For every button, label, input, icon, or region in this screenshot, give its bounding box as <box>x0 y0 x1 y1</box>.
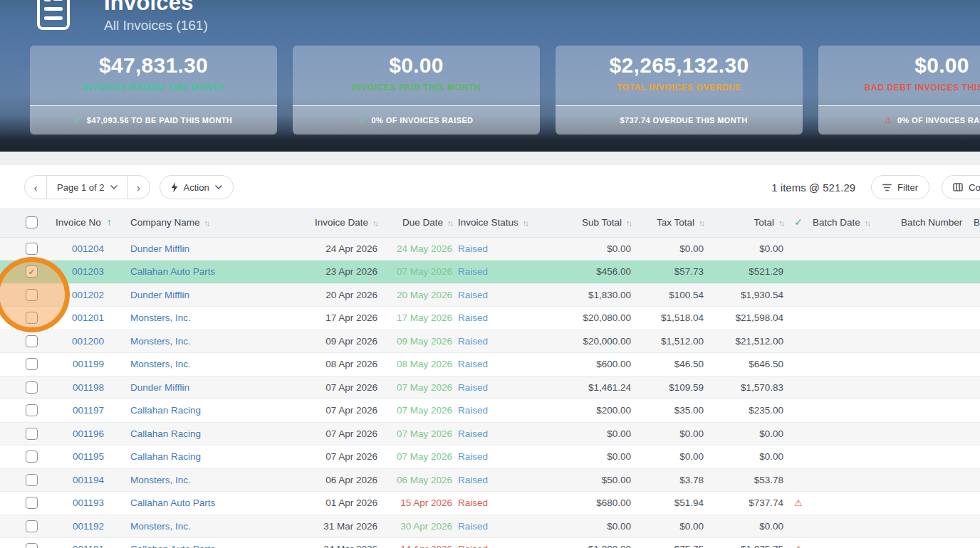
table-row-001204[interactable]: 001204Dunder Mifflin24 Apr 202624 May 20… <box>0 237 980 260</box>
column-header-b: B <box>969 208 980 237</box>
company-link[interactable]: Monsters, Inc. <box>130 312 191 323</box>
row-checkbox[interactable] <box>26 497 38 509</box>
chevron-down-icon <box>215 185 222 189</box>
column-header-sub-total[interactable]: Sub Total↑↓ <box>541 208 637 237</box>
table-row-001191[interactable]: 001191Callahan Auto Parts24 Mar 202614 A… <box>0 538 980 548</box>
select-all-checkbox[interactable] <box>0 208 47 237</box>
table-row-001196[interactable]: 001196Callahan Racing07 Apr 202607 May 2… <box>0 422 980 446</box>
invoice-no-link[interactable]: 001192 <box>73 521 104 532</box>
company-link[interactable]: Monsters, Inc. <box>130 336 191 347</box>
row-checkbox[interactable] <box>26 404 38 416</box>
company-link[interactable]: Dunder Mifflin <box>130 382 189 393</box>
company-link[interactable]: Callahan Racing <box>130 428 201 439</box>
invoice-date-cell: 07 Apr 2026 <box>299 422 383 446</box>
company-link[interactable]: Monsters, Inc. <box>130 475 191 485</box>
table-row-001197[interactable]: 001197Callahan Racing07 Apr 202607 May 2… <box>0 399 980 423</box>
table-row-001192[interactable]: 001192Monsters, Inc.31 Mar 202630 Apr 20… <box>0 515 980 538</box>
sort-icon: ↑↓ <box>372 218 377 227</box>
company-link[interactable]: Callahan Auto Parts <box>130 544 215 548</box>
column-header-company-name[interactable]: Company Name↑↓ <box>115 208 299 237</box>
company-link[interactable]: Dunder Mifflin <box>130 290 189 300</box>
invoice-no-link[interactable]: 001194 <box>73 475 104 485</box>
invoice-no-link[interactable]: 001193 <box>73 497 104 508</box>
sort-icon: ↑↓ <box>447 218 452 227</box>
page-select-dropdown[interactable]: Page 1 of 2 <box>46 176 128 199</box>
invoice-date-cell: 20 Apr 2026 <box>299 283 383 307</box>
table-row-001199[interactable]: 001199Monsters, Inc.08 Apr 202608 May 20… <box>0 353 980 376</box>
table-row-001195[interactable]: 001195Callahan Racing07 Apr 202607 May 2… <box>0 446 980 469</box>
invoice-no-link[interactable]: 001198 <box>73 382 104 393</box>
invoice-no-link[interactable]: 001201 <box>72 312 104 323</box>
row-checkbox[interactable] <box>26 243 38 255</box>
row-checkbox[interactable] <box>26 381 38 394</box>
check-icon: ✓ <box>360 115 367 125</box>
table-row-001194[interactable]: 001194Monsters, Inc.06 Apr 202606 May 20… <box>0 468 980 492</box>
tax-total-cell: $0.00 <box>637 237 709 260</box>
row-checkbox[interactable] <box>26 474 38 486</box>
sort-icon: ↑↓ <box>204 218 209 227</box>
company-link[interactable]: Dunder Mifflin <box>130 243 189 254</box>
batch-date-cell <box>808 283 896 307</box>
company-link[interactable]: Callahan Racing <box>130 451 201 462</box>
table-row-001193[interactable]: 001193Callahan Auto Parts01 Apr 202615 A… <box>0 492 980 515</box>
table-row-001203[interactable]: ✓001203Callahan Auto Parts23 Apr 202607 … <box>0 260 980 284</box>
invoice-date-cell: 31 Mar 2026 <box>299 515 383 538</box>
invoice-no-link[interactable]: 001195 <box>73 451 104 462</box>
invoice-no-link[interactable]: 001191 <box>73 544 104 548</box>
table-row-001202[interactable]: 001202Dunder Mifflin20 Apr 202620 May 20… <box>0 283 980 307</box>
due-date-cell: 09 May 2026 <box>383 330 455 353</box>
columns-button[interactable]: Columns <box>942 175 980 199</box>
tax-total-cell: $0.00 <box>637 446 709 469</box>
column-header-batch-date[interactable]: Batch Date↑↓ <box>808 208 896 237</box>
row-checkbox[interactable] <box>26 450 38 463</box>
company-link[interactable]: Monsters, Inc. <box>130 359 191 369</box>
column-header-invoice-date[interactable]: Invoice Date↑↓ <box>299 208 383 237</box>
next-page-button[interactable]: › <box>128 176 150 199</box>
table-row-001200[interactable]: 001200Monsters, Inc.09 Apr 202609 May 20… <box>0 330 980 353</box>
card-value: $2,265,132.30 <box>556 53 803 78</box>
company-link[interactable]: Monsters, Inc. <box>130 521 191 532</box>
row-checkbox[interactable] <box>26 520 38 532</box>
due-date-cell: 08 May 2026 <box>383 353 455 376</box>
sort-icon: ↑↓ <box>778 218 783 227</box>
column-header-invoice-no[interactable]: Invoice No↑ <box>47 208 115 237</box>
batch-date-cell <box>808 492 896 515</box>
warning-icon: ⚠ <box>794 497 803 508</box>
row-checkbox[interactable] <box>26 428 38 440</box>
action-button[interactable]: Action <box>160 175 234 199</box>
row-checkbox[interactable] <box>26 335 38 347</box>
card-label: INVOICES RAISED THIS MONTH <box>30 83 277 93</box>
column-header-due-date[interactable]: Due Date↑↓ <box>383 208 455 237</box>
invoice-no-link[interactable]: 001199 <box>73 359 104 369</box>
company-link[interactable]: Callahan Racing <box>130 405 201 416</box>
invoice-status-cell: Raised <box>455 422 541 446</box>
sub-total-cell: $200.00 <box>541 399 637 423</box>
invoice-no-link[interactable]: 001202 <box>72 290 104 300</box>
column-header-total[interactable]: Total↑↓ <box>709 208 789 237</box>
batch-number-cell <box>896 446 969 469</box>
filter-button[interactable]: Filter <box>871 175 929 199</box>
invoice-status-cell: Raised <box>455 260 541 284</box>
row-checkbox[interactable] <box>26 543 38 548</box>
column-header-tax-total[interactable]: Tax Total↑↓ <box>637 208 709 237</box>
company-link[interactable]: Callahan Auto Parts <box>130 497 215 508</box>
invoice-no-link[interactable]: 001203 <box>72 266 104 277</box>
due-date-cell: 07 May 2026 <box>383 260 455 284</box>
company-link[interactable]: Callahan Auto Parts <box>130 266 215 277</box>
invoice-no-link[interactable]: 001204 <box>72 243 104 254</box>
items-summary: 1 items @ 521.29 <box>771 181 855 194</box>
invoice-status-cell: Raised <box>455 515 541 538</box>
checkbox-unchecked[interactable] <box>26 216 38 228</box>
batch-number-cell <box>896 237 969 260</box>
invoice-no-link[interactable]: 001200 <box>72 336 104 347</box>
table-row-001201[interactable]: 001201Monsters, Inc.17 Apr 202617 May 20… <box>0 307 980 330</box>
row-checkbox[interactable] <box>26 358 38 370</box>
column-header-invoice-status[interactable]: Invoice Status↑↓ <box>455 208 541 237</box>
invoice-no-link[interactable]: 001196 <box>73 428 104 439</box>
card-total-overdue: $2,265,132.30 TOTAL INVOICES OVERDUE ↑ $… <box>556 46 803 135</box>
previous-page-button[interactable]: ‹ <box>25 176 46 199</box>
invoice-no-link[interactable]: 001197 <box>73 405 104 416</box>
table-row-001198[interactable]: 001198Dunder Mifflin07 Apr 202607 May 20… <box>0 376 980 399</box>
invoice-date-cell: 07 Apr 2026 <box>299 446 383 469</box>
due-date-cell: 17 May 2026 <box>383 307 455 330</box>
